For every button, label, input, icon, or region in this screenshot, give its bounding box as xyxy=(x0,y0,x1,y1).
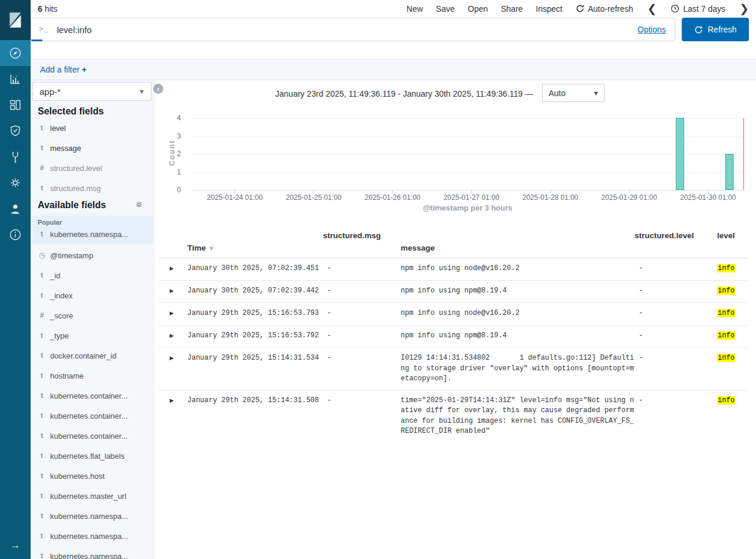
doc-level: info xyxy=(717,396,747,406)
field-name: kubernetes.container... xyxy=(50,392,128,400)
person-icon xyxy=(8,202,22,216)
menu-item-share[interactable]: Share xyxy=(501,4,523,14)
time-range-title: January 23rd 2025, 11:49:36.119 - Januar… xyxy=(275,89,533,98)
add-filter-button[interactable]: Add a filter + xyxy=(40,65,87,74)
field-type-date-icon: ◷ xyxy=(38,251,46,259)
time-forward-chevron[interactable]: ❯ xyxy=(738,3,750,14)
fields-settings-gear-icon[interactable] xyxy=(135,200,143,211)
time-range-picker[interactable]: Last 7 days xyxy=(671,4,725,14)
field-name: kubernetes.namespa... xyxy=(50,532,128,541)
nav-account[interactable] xyxy=(0,196,31,222)
nav-management[interactable] xyxy=(0,170,31,196)
field-item-kubernetes.master_url[interactable]: tkubernetes.master_url xyxy=(31,486,155,506)
field-item-kubernetes.namespa...[interactable]: tkubernetes.namespa... xyxy=(31,224,155,244)
expand-toggle-icon[interactable]: ▶ xyxy=(159,264,187,274)
nav-uptime[interactable] xyxy=(0,118,31,144)
y-tick-label: 2 xyxy=(177,150,181,158)
time-back-chevron[interactable]: ❮ xyxy=(646,3,658,14)
expand-nav-arrow-icon[interactable]: → xyxy=(0,537,31,554)
interval-select[interactable]: Auto ▼ xyxy=(542,84,605,102)
doc-row: ▶January 29th 2025, 15:14:31.508-time="2… xyxy=(159,390,747,442)
fields-sidebar: app-* ▼ Selected fields tleveltmessage#s… xyxy=(31,80,155,559)
doc-time: January 29th 2025, 15:14:31.508 xyxy=(187,396,323,406)
field-type-number-icon: # xyxy=(38,164,46,172)
refresh-icon xyxy=(694,25,703,34)
index-pattern-selector[interactable]: app-* ▼ xyxy=(32,82,151,101)
expand-toggle-icon[interactable]: ▶ xyxy=(159,286,187,296)
field-item-kubernetes.namespa...[interactable]: tkubernetes.namespa... xyxy=(31,506,155,526)
field-item-hostname[interactable]: thostname xyxy=(31,366,155,386)
sort-desc-icon[interactable]: ▼ xyxy=(208,245,214,252)
field-item-kubernetes.container...[interactable]: tkubernetes.container... xyxy=(31,426,155,446)
nav-discover[interactable] xyxy=(0,40,31,66)
compass-icon xyxy=(8,46,22,60)
field-type-text-icon: t xyxy=(38,271,46,280)
field-name: @timestamp xyxy=(50,251,93,260)
x-tick-label: 2025-01-24 01:00 xyxy=(207,193,263,202)
field-item-kubernetes.container...[interactable]: tkubernetes.container... xyxy=(31,386,155,406)
field-item-docker.container_id[interactable]: tdocker.container_id xyxy=(31,346,155,366)
column-header-structured-msg[interactable]: structured.msg xyxy=(323,229,401,240)
field-item-_id[interactable]: t_id xyxy=(31,265,155,285)
level-highlight: info xyxy=(717,331,735,340)
query-bar: >_ Options xyxy=(31,18,675,41)
auto-refresh-button[interactable]: Auto-refresh xyxy=(576,4,633,14)
field-name: structured.level xyxy=(50,164,102,173)
field-item-_score[interactable]: #_score xyxy=(31,305,155,325)
expand-toggle-icon[interactable]: ▶ xyxy=(159,308,187,318)
refresh-button[interactable]: Refresh xyxy=(682,18,749,41)
available-fields-list: ◷@timestampt_idt_index#_scoret_typetdock… xyxy=(31,245,155,559)
x-tick-label: 2025-01-25 01:00 xyxy=(286,193,342,202)
menu-item-open[interactable]: Open xyxy=(468,4,488,14)
options-link[interactable]: Options xyxy=(638,25,666,34)
field-item-@timestamp[interactable]: ◷@timestamp xyxy=(31,245,155,265)
field-type-text-icon: t xyxy=(38,412,46,420)
doc-time: January 29th 2025, 15:14:31.534 xyxy=(187,353,323,364)
expand-toggle-icon[interactable]: ▶ xyxy=(159,353,187,363)
doc-structured-level: - xyxy=(635,286,717,297)
nav-visualize[interactable] xyxy=(0,66,31,92)
field-item-kubernetes.host[interactable]: tkubernetes.host xyxy=(31,466,155,486)
menu-item-inspect[interactable]: Inspect xyxy=(536,4,562,14)
expand-toggle-icon[interactable]: ▶ xyxy=(159,396,187,406)
nav-dev-tools[interactable] xyxy=(0,144,31,170)
field-item-structured.msg[interactable]: tstructured.msg xyxy=(31,178,155,198)
doc-structured-level: - xyxy=(635,264,717,274)
field-item-_type[interactable]: t_type xyxy=(31,325,155,346)
histogram-bar xyxy=(725,154,734,190)
collapse-histogram-button[interactable]: ‹ xyxy=(153,84,163,94)
console-prompt-icon: >_ xyxy=(39,25,48,34)
query-input[interactable] xyxy=(55,24,637,35)
field-item-structured.level[interactable]: #structured.level xyxy=(31,158,155,178)
expand-toggle-icon[interactable]: ▶ xyxy=(159,331,187,341)
column-header-message[interactable]: message xyxy=(401,244,635,258)
histogram-plot-area[interactable] xyxy=(192,118,744,190)
column-header-time[interactable]: Time▼ xyxy=(187,244,323,258)
column-header-level[interactable]: level xyxy=(717,229,747,240)
field-item-kubernetes.flat_labels[interactable]: tkubernetes.flat_labels xyxy=(31,446,155,466)
field-item-kubernetes.container...[interactable]: tkubernetes.container... xyxy=(31,406,155,426)
doc-row: ▶January 30th 2025, 07:02:39.442-npm inf… xyxy=(159,281,747,303)
time-column-label: Time xyxy=(187,244,206,252)
doc-row: ▶January 29th 2025, 15:16:53.793-npm inf… xyxy=(159,303,747,325)
kibana-logo[interactable] xyxy=(0,0,31,40)
menu-item-new[interactable]: New xyxy=(407,4,423,14)
doc-structured-level: - xyxy=(635,308,717,319)
doc-message: npm info using node@v16.20.2 xyxy=(401,264,635,274)
field-type-number-icon: # xyxy=(38,311,46,320)
field-item-level[interactable]: tlevel xyxy=(31,118,155,138)
field-item-message[interactable]: tmessage xyxy=(31,138,155,158)
field-item-kubernetes.namespa...[interactable]: tkubernetes.namespa... xyxy=(31,526,155,546)
field-name: structured.msg xyxy=(50,184,101,193)
field-name: kubernetes.master_url xyxy=(50,492,126,501)
nav-help[interactable] xyxy=(0,222,31,248)
popular-fields-section: Popular tkubernetes.namespa... xyxy=(32,216,153,244)
doc-level: info xyxy=(717,286,747,297)
menu-item-save[interactable]: Save xyxy=(436,4,455,14)
doc-row: ▶January 29th 2025, 15:14:31.534-I0129 1… xyxy=(159,348,747,390)
doc-structured-msg: - xyxy=(323,353,401,364)
column-header-structured-level[interactable]: structured.level xyxy=(635,229,717,240)
field-item-kubernetes.namespa...[interactable]: tkubernetes.namespa... xyxy=(31,546,155,559)
field-item-_index[interactable]: t_index xyxy=(31,285,155,305)
nav-dashboard[interactable] xyxy=(0,92,31,118)
